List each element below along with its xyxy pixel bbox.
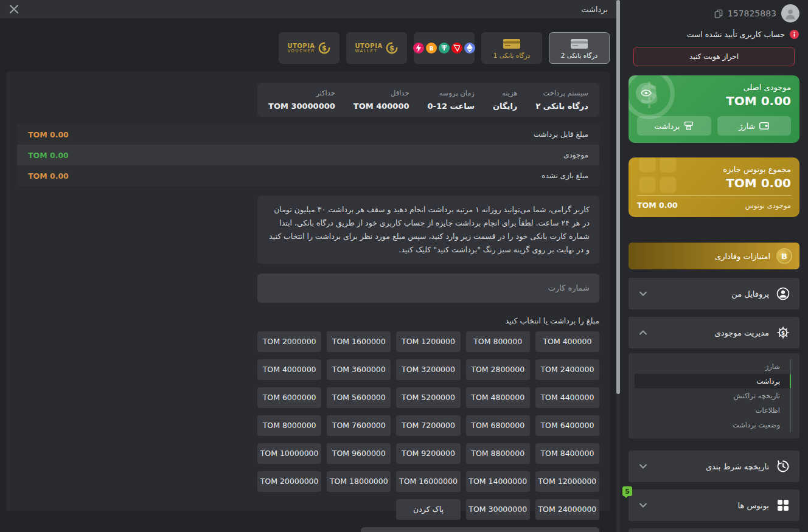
amount-button[interactable]: TOM 6800000 <box>466 415 530 436</box>
amount-button[interactable]: TOM 5200000 <box>396 387 460 408</box>
amount-button[interactable]: TOM 400000 <box>535 331 599 352</box>
submenu-item[interactable]: شارژ <box>635 359 791 374</box>
verify-identity-button[interactable]: احراز هویت کنید <box>633 47 795 66</box>
payment-info-header: حداکثر <box>268 89 335 97</box>
amount-button[interactable]: TOM 6400000 <box>535 415 599 436</box>
amount-button[interactable]: TOM 4000000 <box>257 359 321 380</box>
balance-stat-rows: مبلغ قابل برداشتTOM 0.00موجودیTOM 0.00مب… <box>17 124 599 186</box>
amount-button[interactable]: TOM 2800000 <box>466 359 530 380</box>
stat-value: TOM 0.00 <box>28 130 69 139</box>
payment-info-column: سیستم پرداختدرگاه بانکی ۲ <box>535 89 588 111</box>
utopia-logo-icon: $ <box>385 41 399 55</box>
stat-label: موجودی <box>563 151 588 159</box>
submenu-item[interactable]: اطلاعات <box>635 403 791 418</box>
submenu-item[interactable]: وضعیت برداشت <box>635 418 791 432</box>
sidebar-item-betting-history[interactable]: تاریخچه شرط بندی <box>629 451 799 482</box>
amount-button[interactable]: TOM 16000000 <box>396 471 460 492</box>
account-sidebar: 157825883 حساب کاربری تأیید نشده است احر… <box>620 0 808 532</box>
sidebar-item-balance-management[interactable]: $ مدیریت موجودی <box>629 317 799 348</box>
chevron-up-icon <box>639 330 647 335</box>
svg-text:$: $ <box>389 44 394 52</box>
payment-info-column: هزینهرایگان <box>493 89 517 111</box>
main-scrollbar[interactable] <box>616 0 620 532</box>
amount-button[interactable]: TOM 8000000 <box>257 415 321 436</box>
sidebar-item-bonuses[interactable]: 5 بونوس ها <box>629 489 799 521</box>
amount-button[interactable]: TOM 2000000 <box>257 331 321 352</box>
payment-info-column: زمان پروسه0-12 ساعت <box>428 89 475 111</box>
payment-info-column: حداقلTOM 400000 <box>354 89 409 111</box>
amount-button[interactable]: TOM 2400000 <box>535 359 599 380</box>
scrollbar-thumb[interactable] <box>616 0 620 394</box>
tether-icon <box>439 43 450 54</box>
user-id: 157825883 <box>728 9 776 18</box>
page-title: برداشت <box>581 5 608 14</box>
utopia-brand: UTOPIA <box>355 43 382 49</box>
amount-button[interactable]: TOM 1200000 <box>396 331 460 352</box>
tab-label: درگاه بانکی 2 <box>561 52 597 59</box>
amount-button[interactable]: TOM 3600000 <box>327 359 391 380</box>
amount-button[interactable]: TOM 4800000 <box>466 387 530 408</box>
amount-button[interactable]: TOM 8400000 <box>535 443 599 464</box>
amount-button[interactable]: TOM 800000 <box>466 331 530 352</box>
bonus-count-badge: 5 <box>622 486 632 496</box>
balance-submenu: شارژبرداشتتاریخچه تراکنشاطلاعاتوضعیت برد… <box>629 353 799 438</box>
amount-button[interactable]: TOM 30000000 <box>466 499 530 520</box>
bonus-card: مجموع بونوس جایزه TOM 0.00 موجودی بونوس … <box>629 157 799 217</box>
amount-button[interactable]: TOM 12000000 <box>535 471 599 492</box>
utopia-product: WALLET <box>355 49 382 54</box>
tab-bank-gateway-1[interactable]: درگاه بانکی 1 <box>481 32 542 64</box>
utopia-product: VOUCHER <box>287 49 315 54</box>
amount-button[interactable]: TOM 7600000 <box>327 415 391 436</box>
bank-card-silver-icon <box>570 38 588 50</box>
amount-button[interactable]: TOM 4400000 <box>535 387 599 408</box>
eye-icon[interactable] <box>636 83 656 103</box>
amount-button[interactable]: TOM 10000000 <box>257 443 321 464</box>
amount-button[interactable]: TOM 6000000 <box>257 387 321 408</box>
copy-icon[interactable] <box>714 9 723 18</box>
tab-utopia-wallet[interactable]: $ UTOPIA WALLET <box>346 32 407 64</box>
amount-button[interactable]: TOM 1600000 <box>327 331 391 352</box>
stat-row: مبلغ بازی نشدهTOM 0.00 <box>17 165 599 186</box>
ethereum-icon <box>464 43 475 54</box>
tab-bank-gateway-2[interactable]: درگاه بانکی 2 <box>549 32 610 64</box>
withdraw-modal: برداشت درگاه بانکی 2 درگاه بانکی 1 B <box>0 0 616 532</box>
amount-button[interactable]: TOM 24000000 <box>535 499 599 520</box>
amount-button[interactable]: TOM 5600000 <box>327 387 391 408</box>
withdraw-notice: کاربر گرامی، شما می‌توانید روزانه ۱ مرتب… <box>257 196 599 264</box>
verify-status-text: حساب کاربری تأیید نشده است <box>687 30 785 39</box>
amount-button[interactable]: TOM 9200000 <box>396 443 460 464</box>
submenu-item[interactable]: تاریخچه تراکنش <box>635 389 791 403</box>
bonus-balance-label: موجودی بونوس <box>745 201 791 210</box>
chevron-down-icon <box>639 464 647 469</box>
stat-row: مبلغ قابل برداشتTOM 0.00 <box>17 124 599 145</box>
amount-button[interactable]: TOM 18000000 <box>327 471 391 492</box>
utopia-logo-icon: $ <box>318 41 331 55</box>
payment-info-header: سیستم پرداخت <box>535 89 588 97</box>
clear-button[interactable]: پاک کردن <box>396 499 460 520</box>
tab-utopia-voucher[interactable]: $ UTOPIA VOUCHER <box>279 32 340 64</box>
amount-input-partial[interactable] <box>361 527 599 532</box>
utopia-brand: UTOPIA <box>287 43 315 49</box>
card-number-input[interactable] <box>257 274 599 303</box>
user-row: 157825883 <box>629 4 799 23</box>
submenu-item[interactable]: برداشت <box>635 374 791 389</box>
loyalty-points-button[interactable]: B امتیازات وفاداری <box>629 243 799 269</box>
gift-watermark-icon <box>637 157 678 195</box>
tab-crypto[interactable]: B <box>414 32 475 64</box>
amount-button[interactable]: TOM 8800000 <box>466 443 530 464</box>
sidebar-item-messages[interactable]: پیام ها <box>629 528 799 532</box>
alert-shield-icon <box>789 29 799 40</box>
payment-info-header: هزینه <box>493 89 517 97</box>
main-balance-card: $ موجودی اصلی TOM 0.00 شارژ برداشت <box>629 75 799 143</box>
amount-button[interactable]: TOM 9600000 <box>327 443 391 464</box>
close-icon[interactable] <box>9 4 19 15</box>
avatar[interactable] <box>781 4 799 22</box>
amount-button[interactable]: TOM 7200000 <box>396 415 460 436</box>
charge-button[interactable]: شارژ <box>717 116 792 136</box>
amount-button[interactable]: TOM 14000000 <box>466 471 530 492</box>
sidebar-item-label: مدیریت موجودی <box>654 328 769 337</box>
amount-button[interactable]: TOM 3200000 <box>396 359 460 380</box>
sidebar-item-profile[interactable]: پروفایل من <box>629 278 799 309</box>
amount-button[interactable]: TOM 20000000 <box>257 471 321 492</box>
divider <box>637 195 791 196</box>
